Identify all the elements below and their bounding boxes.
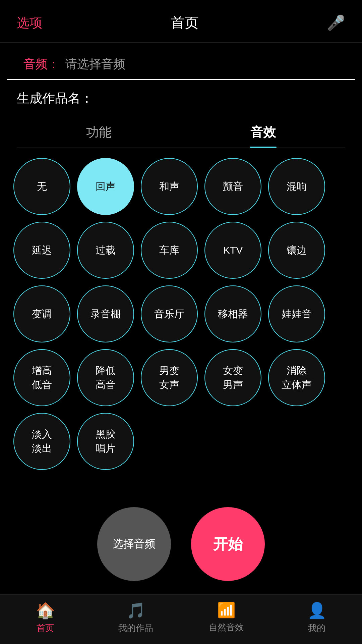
effect-phaser[interactable]: 移相器 [204, 285, 261, 342]
select-audio-button[interactable]: 选择音频 [97, 507, 171, 581]
effects-row-1: 无 回声 和声 颤音 混响 [13, 158, 349, 215]
effects-grid: 无 回声 和声 颤音 混响 延迟 过载 车库 KTV 镶边 变调 录音棚 音乐厅… [0, 148, 362, 494]
effect-pitch[interactable]: 变调 [13, 285, 70, 342]
nav-home-label: 首页 [37, 622, 54, 634]
effects-row-5: 淡入 淡出 黑胶 唱片 [13, 413, 349, 470]
header: 选项 首页 🎤 [0, 0, 362, 43]
effect-garage[interactable]: 车库 [141, 222, 198, 279]
effect-overdrive[interactable]: 过载 [77, 222, 134, 279]
audio-placeholder: 请选择音频 [65, 56, 125, 72]
action-row: 选择音频 开始 [0, 494, 362, 594]
effects-row-4: 增高 低音 降低 高音 男变 女声 女变 男声 消除 立体声 [13, 349, 349, 406]
effect-lower-treble[interactable]: 降低 高音 [77, 349, 134, 406]
effect-remove-stereo[interactable]: 消除 立体声 [268, 349, 325, 406]
mine-icon: 👤 [307, 601, 326, 620]
effect-border[interactable]: 镶边 [268, 222, 325, 279]
effect-female-to-male[interactable]: 女变 男声 [204, 349, 261, 406]
page-title: 首页 [171, 13, 199, 32]
nature-icon: 📶 [217, 601, 236, 619]
nav-works[interactable]: 🎵 我的作品 [90, 601, 181, 634]
effect-harmony[interactable]: 和声 [141, 158, 198, 215]
effect-studio[interactable]: 录音棚 [77, 285, 134, 342]
tabs-container: 功能 音效 [17, 117, 345, 148]
effect-boost-bass[interactable]: 增高 低音 [13, 349, 70, 406]
effect-ktv[interactable]: KTV [204, 222, 261, 279]
effect-vinyl[interactable]: 黑胶 唱片 [77, 413, 134, 470]
effect-male-to-female[interactable]: 男变 女声 [141, 349, 198, 406]
effect-baby[interactable]: 娃娃音 [268, 285, 325, 342]
work-name-label: 生成作品名： [0, 80, 362, 114]
tab-func[interactable]: 功能 [17, 117, 181, 148]
effect-echo[interactable]: 回声 [77, 158, 134, 215]
nav-mine[interactable]: 👤 我的 [272, 601, 362, 634]
start-button[interactable]: 开始 [191, 507, 265, 581]
effect-tremolo[interactable]: 颤音 [204, 158, 261, 215]
works-icon: 🎵 [126, 601, 145, 620]
effect-none[interactable]: 无 [13, 158, 70, 215]
nav-home[interactable]: 🏠 首页 [0, 601, 90, 634]
bottom-nav: 🏠 首页 🎵 我的作品 📶 自然音效 👤 我的 [0, 594, 362, 644]
nav-nature-label: 自然音效 [209, 622, 244, 633]
tab-effects[interactable]: 音效 [181, 117, 345, 148]
effect-hall[interactable]: 音乐厅 [141, 285, 198, 342]
audio-label: 音频： [23, 56, 60, 72]
effect-fade[interactable]: 淡入 淡出 [13, 413, 70, 470]
effect-reverb[interactable]: 混响 [268, 158, 325, 215]
effects-row-3: 变调 录音棚 音乐厅 移相器 娃娃音 [13, 285, 349, 342]
effect-delay[interactable]: 延迟 [13, 222, 70, 279]
home-icon: 🏠 [36, 601, 55, 620]
mic-icon[interactable]: 🎤 [327, 14, 345, 32]
effects-row-2: 延迟 过载 车库 KTV 镶边 [13, 222, 349, 279]
options-button[interactable]: 选项 [17, 14, 42, 32]
audio-selector-row[interactable]: 音频： 请选择音频 [7, 43, 355, 80]
nav-works-label: 我的作品 [118, 622, 153, 634]
nav-nature[interactable]: 📶 自然音效 [181, 601, 272, 634]
nav-mine-label: 我的 [308, 622, 325, 634]
